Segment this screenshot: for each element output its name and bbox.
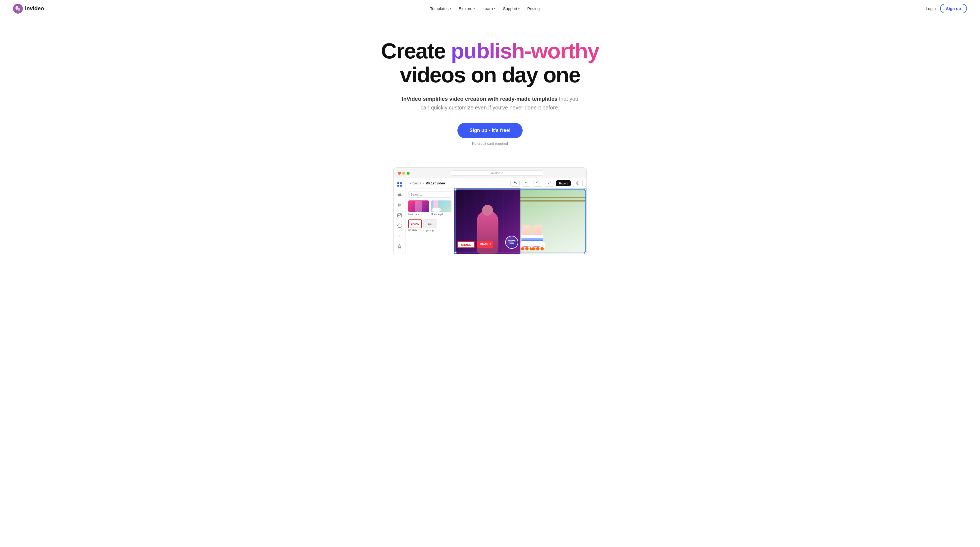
svg-point-8 (398, 205, 399, 207)
sidebar-text-icon[interactable]: T (396, 233, 402, 239)
nav-menu: Templates ▾ Explore ▾ Learn ▾ Support ▾ (427, 4, 543, 13)
nav-actions: Login Sign up (926, 4, 967, 13)
chevron-down-icon: ▾ (450, 7, 451, 10)
svg-rect-3 (398, 182, 399, 184)
brand-items: BRAND BRAND Logo Logo.png (408, 219, 452, 232)
brand-item-logo: Logo Logo.png (423, 219, 437, 232)
svg-rect-4 (400, 182, 402, 184)
hero-cta: Sign up - it's free! No credit card requ… (457, 123, 522, 146)
nav-pricing[interactable]: Pricing (524, 4, 543, 13)
browser-fullscreen-dot[interactable] (407, 172, 410, 175)
browser-url-bar[interactable]: invideo.io (451, 170, 543, 176)
svg-rect-6 (400, 185, 402, 187)
app-frame: T Projects › My 1st video (393, 178, 587, 254)
hero-title-create: Create (381, 39, 451, 63)
topbar-undo-button[interactable] (511, 180, 520, 187)
hero-title: Create publish-worthy videos on day one (381, 39, 599, 87)
product-screenshot: invideo.io T (387, 167, 593, 254)
app-body: Neon.mp4 Skater.mp4 (406, 189, 586, 254)
sidebar-image-icon[interactable] (396, 212, 402, 218)
svg-point-15 (577, 183, 578, 184)
media-panel: Neon.mp4 Skater.mp4 (406, 189, 454, 254)
topbar-controls: Export (511, 180, 582, 187)
media-label-neon: Neon.mp4 (408, 213, 429, 216)
svg-text:T: T (398, 234, 400, 238)
svg-point-12 (400, 214, 401, 215)
nav-learn[interactable]: Learn ▾ (479, 4, 498, 13)
browser-minimize-dot[interactable] (402, 172, 405, 175)
breadcrumb-current: My 1st video (425, 181, 445, 185)
hero-subtitle-bold: InVideo simplifies video creation with r… (402, 96, 557, 102)
sidebar-grid-icon[interactable] (396, 181, 402, 188)
hero-signup-button[interactable]: Sign up - it's free! (457, 123, 522, 138)
canvas-brand-box2[interactable]: BRAND (477, 241, 493, 248)
skate-scene (520, 189, 586, 254)
app-main: Projects › My 1st video (406, 178, 586, 254)
login-link[interactable]: Login (926, 6, 936, 11)
svg-point-7 (398, 204, 399, 205)
nav-templates[interactable]: Templates ▾ (427, 4, 454, 13)
media-grid: Neon.mp4 Skater.mp4 (408, 200, 452, 217)
navigation: invideo Templates ▾ Explore ▾ Learn ▾ Su… (0, 0, 980, 17)
brand-item-1: BRAND BRAND (408, 219, 422, 232)
hero-title-highlight: publish-worthy (451, 39, 599, 63)
nav-explore[interactable]: Explore ▾ (455, 4, 478, 13)
brand-thumb-1[interactable]: BRAND (408, 219, 422, 228)
invideo-logo-icon (13, 4, 23, 14)
sidebar-scissors-icon[interactable] (396, 202, 402, 208)
canvas-right-panel (520, 189, 586, 254)
chevron-down-icon: ▾ (494, 7, 495, 10)
app-canvas[interactable]: BRAND BRAND POSITIVEVIBES (454, 189, 586, 254)
canvas-circle-badge: POSITIVEVIBES (505, 236, 518, 249)
logo-link[interactable]: invideo (13, 4, 44, 14)
sidebar-refresh-icon[interactable] (396, 223, 402, 229)
chevron-down-icon: ▾ (518, 7, 520, 10)
browser-close-dot[interactable] (398, 172, 401, 175)
canvas-badge-text: POSITIVEVIBES (508, 240, 515, 245)
media-label-skater: Skater.mp4 (431, 213, 452, 216)
canvas-brand-box1[interactable]: BRAND (457, 241, 475, 248)
svg-point-2 (18, 8, 20, 11)
hero-subtitle: InVideo simplifies video creation with r… (400, 94, 580, 112)
sidebar-star-icon[interactable] (396, 243, 402, 249)
topbar-redo-button[interactable] (522, 180, 531, 187)
topbar-pin-button[interactable] (545, 180, 554, 187)
topbar-settings-button[interactable] (573, 180, 582, 187)
browser-traffic-lights (398, 172, 410, 175)
canvas-left-panel: BRAND BRAND POSITIVEVIBES (454, 189, 520, 254)
breadcrumb: Projects › My 1st video (409, 181, 445, 185)
brand-thumb-logo[interactable]: Logo (423, 219, 437, 228)
topbar-refresh-button[interactable] (533, 180, 542, 187)
hero-section: Create publish-worthy videos on day one … (0, 17, 980, 156)
media-item-neon: Neon.mp4 (408, 200, 429, 216)
sidebar-cloud-icon[interactable] (396, 192, 402, 198)
app-sidebar: T (394, 178, 406, 254)
no-credit-card-text: No credit card required (472, 142, 508, 146)
svg-point-1 (16, 6, 18, 10)
nav-support[interactable]: Support ▾ (500, 4, 523, 13)
media-item-skater: Skater.mp4 (431, 200, 452, 216)
panel-search-input[interactable] (408, 191, 452, 198)
signup-link[interactable]: Sign up (940, 4, 967, 13)
svg-rect-5 (398, 185, 399, 187)
brand-label-1: BRAND (408, 229, 422, 232)
chevron-down-icon: ▾ (473, 7, 475, 10)
brand-label-logo: Logo.png (423, 229, 437, 232)
hero-title-line2: videos on day one (400, 63, 580, 87)
canvas-content: BRAND BRAND POSITIVEVIBES (454, 189, 586, 254)
breadcrumb-projects[interactable]: Projects (409, 181, 421, 185)
export-button[interactable]: Export (556, 180, 571, 186)
logo-text: invideo (25, 5, 44, 12)
browser-chrome: invideo.io (393, 167, 587, 178)
app-topbar: Projects › My 1st video (406, 178, 586, 189)
